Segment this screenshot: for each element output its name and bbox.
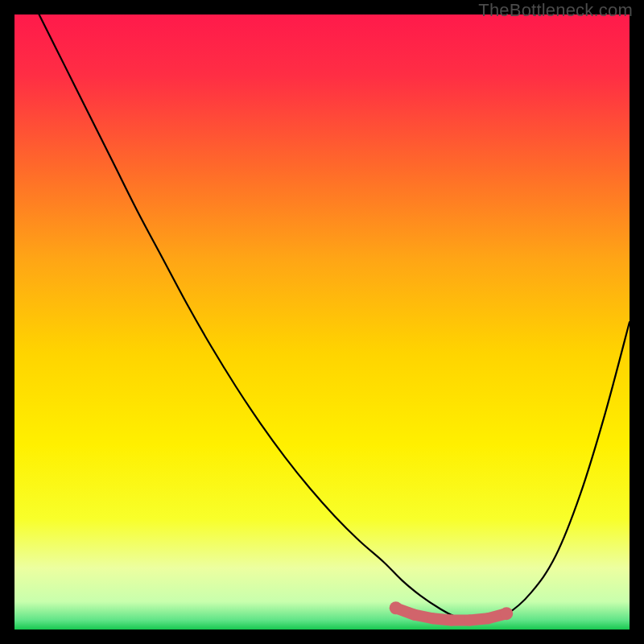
optimal-marker-cap (500, 607, 513, 620)
optimal-marker-cap (390, 601, 402, 614)
gradient-background (14, 14, 630, 630)
watermark-text: TheBottleneck.com (478, 0, 633, 21)
bottleneck-chart (14, 14, 630, 630)
chart-frame (14, 14, 630, 630)
